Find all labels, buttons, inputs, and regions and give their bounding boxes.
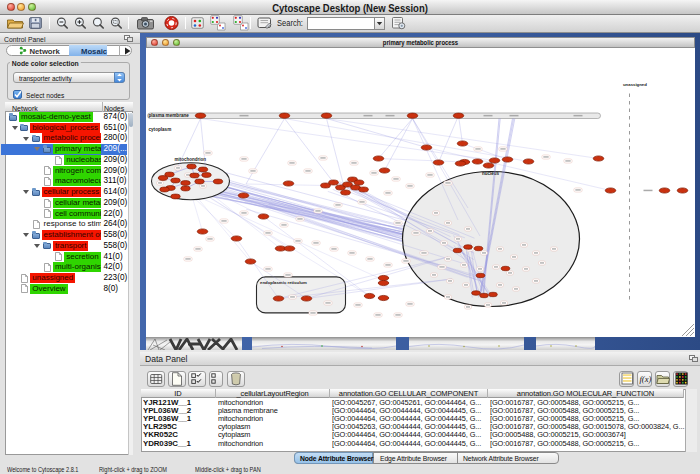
svg-text:mitochondrion: mitochondrion: [174, 156, 206, 161]
svg-text:nucleus: nucleus: [482, 170, 500, 175]
svg-text:unassigned: unassigned: [623, 81, 647, 86]
svg-text:plasma membrane: plasma membrane: [148, 113, 189, 118]
svg-text:cytoplasm: cytoplasm: [148, 126, 171, 131]
